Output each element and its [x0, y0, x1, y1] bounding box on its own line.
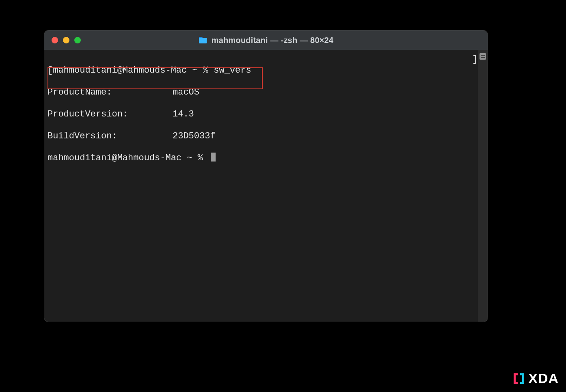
folder-icon [199, 37, 207, 44]
output-value: macOS [173, 87, 199, 97]
output-key: ProductVersion: [48, 109, 173, 120]
xda-logo-icon [512, 372, 526, 386]
traffic-lights [52, 37, 81, 43]
maximize-button[interactable] [74, 37, 81, 43]
terminal-body: [mahmouditani@Mahmouds-Mac ~ % sw_vers P… [44, 50, 488, 322]
stage: mahmouditani — -zsh — 80×24 [mahmouditan… [0, 0, 566, 392]
cursor-block [211, 153, 216, 162]
title-center: mahmouditani — -zsh — 80×24 [44, 36, 488, 45]
prompt-text: mahmouditani@Mahmouds-Mac ~ % [48, 153, 208, 163]
output-key: ProductName: [48, 87, 173, 98]
terminal-window: mahmouditani — -zsh — 80×24 [mahmouditan… [44, 30, 488, 322]
window-title: mahmouditani — -zsh — 80×24 [212, 36, 333, 45]
prompt-text: mahmouditani@Mahmouds-Mac ~ % [53, 65, 214, 75]
prompt-open-bracket: [ [48, 65, 53, 75]
minimize-button[interactable] [63, 37, 69, 43]
output-value: 23D5033f [173, 131, 216, 141]
close-button[interactable] [52, 37, 58, 43]
command-text: sw_vers [214, 65, 251, 75]
output-key: BuildVersion: [48, 131, 173, 142]
titlebar[interactable]: mahmouditani — -zsh — 80×24 [44, 30, 488, 50]
output-value: 14.3 [173, 109, 194, 119]
prompt-close-bracket: ] [472, 54, 477, 65]
xda-watermark: XDA [512, 370, 559, 386]
scroll-indicator-icon [480, 53, 486, 60]
terminal-content[interactable]: [mahmouditani@Mahmouds-Mac ~ % sw_vers P… [44, 50, 478, 190]
scrollbar-track[interactable]: ] [478, 50, 488, 322]
terminal-content-wrap[interactable]: [mahmouditani@Mahmouds-Mac ~ % sw_vers P… [44, 50, 478, 322]
xda-watermark-text: XDA [528, 370, 559, 386]
